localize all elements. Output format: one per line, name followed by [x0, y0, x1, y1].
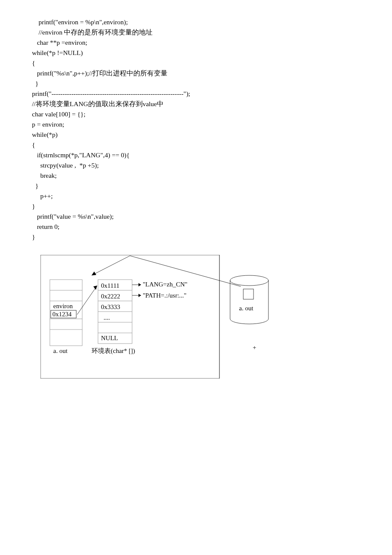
- code-line: while(*p !=NULL): [32, 49, 83, 56]
- svg-marker-14: [138, 283, 141, 286]
- env-row-2: 0x3333: [101, 304, 120, 310]
- code-line: p++;: [32, 192, 53, 199]
- cylinder-icon: a. out: [230, 275, 268, 324]
- svg-line-17: [77, 286, 97, 315]
- cylinder-caption: a. out: [239, 305, 254, 312]
- code-line: p = environ;: [32, 121, 64, 128]
- svg-rect-25: [243, 289, 254, 299]
- plus-icon: +: [253, 344, 256, 351]
- env-row-3: ....: [104, 314, 110, 321]
- code-block: printf("environ = %p\n",environ); //envi…: [0, 0, 392, 251]
- environ-label: environ: [53, 303, 73, 309]
- svg-marker-16: [138, 294, 141, 297]
- code-line: //environ 中存的是所有环境变量的地址: [32, 29, 153, 36]
- code-line: }: [32, 182, 38, 189]
- code-line: printf("--------------------------------…: [32, 90, 190, 97]
- code-line: strcpy(value , *p +5);: [32, 162, 99, 169]
- code-line: }: [32, 233, 35, 240]
- code-line: printf("%s\n",p++);//打印出进程中的所有变量: [32, 69, 167, 77]
- code-line: char **p =environ;: [32, 39, 87, 46]
- code-line: {: [32, 141, 35, 148]
- code-line: while(*p): [32, 131, 58, 138]
- memory-diagram: environ 0x1234 a. out 0x1111 0x2222 0x33…: [0, 251, 392, 379]
- code-line: if(strnlscmp(*p,"LANG",4) == 0){: [32, 151, 130, 159]
- code-line: }: [32, 80, 38, 87]
- code-line: return 0;: [32, 223, 60, 230]
- code-line: char vale[100] = {};: [32, 110, 86, 118]
- code-line: {: [32, 59, 35, 66]
- svg-marker-18: [93, 286, 97, 290]
- environ-value: 0x1234: [52, 311, 72, 318]
- code-line: printf("value = %s\n",value);: [32, 213, 114, 220]
- code-line: //将环境变量LANG的值取出来保存到value中: [32, 100, 164, 107]
- env-table-caption: 环境表(char* []): [92, 347, 135, 355]
- env-string-0: "LANG=zh_CN": [143, 281, 187, 288]
- aout-caption-left: a. out: [53, 347, 68, 354]
- env-row-0: 0x1111: [101, 282, 119, 289]
- env-row-1: 0x2222: [101, 293, 120, 300]
- aout-stack: environ 0x1234 a. out: [50, 280, 82, 354]
- svg-point-22: [230, 275, 268, 286]
- env-string-1: "PATH=.:/usr:...": [143, 292, 187, 299]
- env-row-4: NULL: [101, 335, 118, 341]
- code-line: break;: [32, 172, 57, 179]
- env-table: 0x1111 0x2222 0x3333 .... NULL 环境表(char*…: [92, 280, 135, 355]
- code-line: }: [32, 202, 35, 210]
- svg-line-19: [92, 256, 130, 275]
- code-line: printf("environ = %p\n",environ);: [32, 18, 128, 26]
